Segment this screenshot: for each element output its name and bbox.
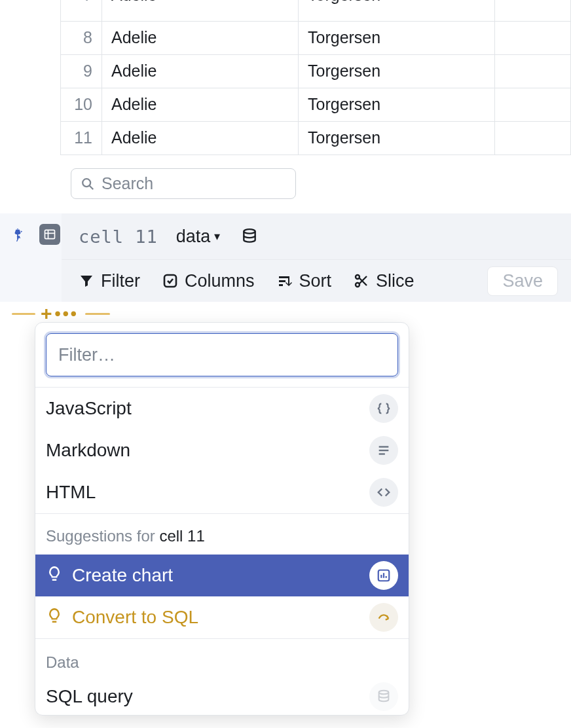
svg-rect-2 [45,230,55,238]
slice-button[interactable]: Slice [354,271,414,291]
table-row[interactable]: 9 Adelie Torgersen [61,54,571,88]
columns-button[interactable]: Columns [162,271,255,291]
data-dropdown[interactable]: data ▾ [176,227,221,247]
filter-icon [79,273,94,289]
gutter [0,0,34,728]
data-table: 7 Adelie Torgersen 8 Adelie Torgersen 9 … [60,0,571,155]
table-toolbar: Filter Columns Sort Slice Save [62,259,571,302]
row-number: 7 [83,0,92,4]
menu-filter-input[interactable] [46,333,398,376]
row-number: 10 [61,88,102,121]
pin-icon[interactable] [10,227,25,242]
add-cell-menu: JavaScript Markdown HTML Suggestions for… [35,322,409,716]
svg-rect-8 [279,280,286,282]
data-dropdown-label: data [176,227,211,247]
svg-line-1 [90,185,94,189]
chart-icon [369,561,398,590]
code-icon [369,478,398,507]
row-number: 8 [61,21,102,54]
database-icon [369,682,398,711]
plus-icon[interactable]: + [41,304,52,323]
table-cell-icon[interactable] [39,224,60,245]
table-row[interactable]: 8 Adelie Torgersen [61,21,571,54]
cell-species: Adelie [102,121,299,155]
cell-island: Torgersen [299,88,495,121]
svg-point-0 [83,179,90,187]
cell-species: Adelie [102,21,299,54]
svg-point-16 [379,691,389,695]
suggestion-create-chart[interactable]: Create chart [35,555,409,596]
slice-icon [354,273,369,289]
row-number: 9 [61,54,102,88]
cell-header: cell 11 data ▾ [62,213,571,259]
cell-island: Torgersen [299,121,495,155]
sort-icon [277,273,293,289]
table-row[interactable]: 11 Adelie Torgersen [61,121,571,155]
data-heading: Data [35,639,409,678]
add-cell-line[interactable]: + ••• [0,308,571,319]
svg-point-5 [244,229,255,234]
save-button[interactable]: Save [487,266,558,296]
menu-item-javascript[interactable]: JavaScript [35,388,409,429]
row-number: 11 [61,121,102,155]
caret-down-icon: ▾ [214,229,220,244]
columns-icon [162,273,178,289]
cell-island: Torgersen [299,54,495,88]
table-row[interactable]: 7 Adelie Torgersen [61,0,571,21]
cell-species: Adelie [102,88,299,121]
lightbulb-icon [46,607,63,628]
suggestion-convert-sql[interactable]: Convert to SQL [35,596,409,638]
suggestions-heading: Suggestions for cell 11 [35,514,409,555]
lightbulb-icon [46,565,63,587]
menu-item-markdown[interactable]: Markdown [35,429,409,471]
cell-species: Adelie [102,54,299,88]
menu-item-sql-query[interactable]: SQL query [35,678,409,715]
text-lines-icon [369,436,398,465]
braces-icon [369,394,398,423]
search-icon [81,177,95,191]
filter-button[interactable]: Filter [79,271,140,291]
sort-button[interactable]: Sort [277,271,332,291]
convert-arrow-icon [369,603,398,632]
more-icon[interactable]: ••• [55,305,79,322]
database-button[interactable] [238,225,261,247]
cell-species: Adelie [111,0,157,4]
cell-name: cell 11 [79,227,158,247]
svg-rect-9 [279,284,283,286]
svg-rect-7 [279,276,288,278]
table-row[interactable]: 10 Adelie Torgersen [61,88,571,121]
search-input[interactable] [101,174,286,193]
table-search[interactable] [71,168,296,199]
menu-item-html[interactable]: HTML [35,471,409,513]
cell-island: Torgersen [299,21,495,54]
cell-island: Torgersen [308,0,380,4]
